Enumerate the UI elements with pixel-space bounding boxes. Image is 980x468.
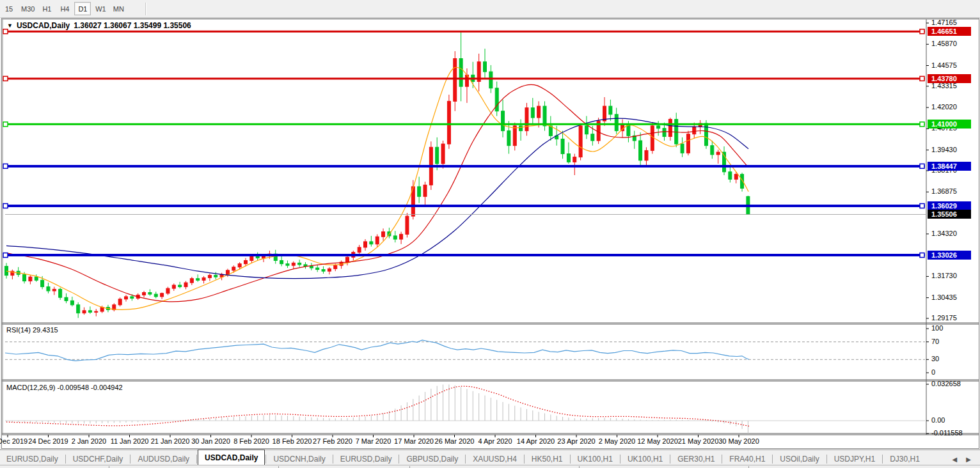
tab-divider [465,455,466,464]
tab-eurusd-daily[interactable]: EURUSD,Daily [0,452,65,465]
price-tick-label: 1.36875 [931,187,957,195]
price-tick-label: 1.31730 [931,272,957,279]
tab-hk50-h1[interactable]: HK50,H1 [525,452,569,465]
price-level-badge: 1.41000 [928,120,971,129]
chart-ohlc-values: 1.36027 1.36067 1.35499 1.35506 [74,21,191,30]
tab-divider [196,455,197,464]
rsi-scale-label: 70 [931,338,939,345]
tab-divider [670,455,670,464]
date-label: 17 Mar 2020 [394,437,434,445]
date-label: 21 Jan 2020 [151,437,190,445]
price-tick-label: 1.39430 [931,146,957,153]
chart-dropdown-icon[interactable]: ▼ [7,22,13,29]
tab-divider [65,455,66,464]
date-label: 14 Dec 2019 [0,437,28,445]
tab-uk100-h1[interactable]: UK100,H1 [621,452,669,465]
bottom-strip [0,465,980,468]
tab-divider [722,455,722,464]
price-tick-label: 1.45870 [931,40,957,47]
price-tick-label: 1.30435 [931,293,957,301]
rsi-scale-label: 30 [931,355,939,363]
tab-xauusd-h4[interactable]: XAUUSD,H4 [466,452,523,465]
tab-scroll-arrows: ◀▶ [952,456,980,465]
price-level-badge: 1.43780 [928,74,971,83]
date-label: 14 Apr 2020 [517,437,555,445]
date-label: 11 Jan 2020 [111,437,149,445]
tab-ger30-h1[interactable]: GER30,H1 [671,452,721,465]
date-label: 21 May 2020 [678,437,719,445]
tab-usdcad-daily[interactable]: USDCAD,Daily [198,449,265,465]
tab-divider [882,455,883,464]
tab-dj30-h1[interactable]: DJ30,H1 [883,452,926,465]
date-axis[interactable]: 14 Dec 201924 Dec 20192 Jan 202011 Jan 2… [1,437,979,449]
tab-usoil-daily[interactable]: USOil,Daily [773,452,825,465]
price-tick-label: 1.29175 [931,314,957,322]
chart-title: ▼ USDCAD,Daily 1.36027 1.36067 1.35499 1… [7,21,191,30]
tab-fra40-h1[interactable]: FRA40,H1 [723,452,771,465]
date-label: 30 May 2020 [718,437,759,445]
date-label: 12 May 2020 [637,437,678,445]
date-label: 2 Jan 2020 [72,437,106,445]
chart-symbol-label: USDCAD,Daily [17,21,70,30]
price-level-badge: 1.46651 [928,27,971,36]
candles-layer [5,31,750,318]
rsi-layer [5,340,925,361]
date-label: 24 Dec 2019 [28,437,68,445]
price-tick-label: 1.42020 [931,103,957,111]
tab-usdcnh-daily[interactable]: USDCNH,Daily [267,452,331,465]
date-label: 2 May 2020 [599,437,635,445]
moving-averages-layer [6,67,748,309]
rsi-label: RSI(14) 29.4315 [6,326,58,334]
macd-layer [5,384,925,433]
tab-scroll-right-icon[interactable]: ▶ [966,456,971,463]
date-label: 4 Apr 2020 [478,437,512,445]
macd-scale-label: 0.00 [931,416,945,424]
tab-gbpusd-daily[interactable]: GBPUSD,Daily [400,452,464,465]
price-tick-label: 1.44575 [931,61,957,69]
tab-eurusd-daily[interactable]: EURUSD,Daily [334,452,399,465]
date-label: 18 Feb 2020 [273,437,312,445]
tab-divider [826,455,827,464]
tab-usdchf-daily[interactable]: USDCHF,Daily [67,452,130,465]
current-price-badge: 1.35506 [928,210,971,219]
macd-label: MACD(12,26,9) -0.009548 -0.004942 [6,384,123,391]
horizontal-lines-layer [3,29,926,258]
tab-scroll-left-icon[interactable]: ◀ [952,456,958,463]
price-level-badge: 1.38447 [928,162,971,171]
tab-divider [130,455,130,464]
price-level-badge: 1.36029 [928,201,971,210]
tab-divider [570,455,571,464]
macd-scale-label: -0.011558 [931,429,963,437]
trading-terminal: { "toolbar": {"timeframes": ["15","M30",… [0,0,980,468]
price-tick-label: 1.47165 [931,19,957,26]
macd-scale-label: 0.032658 [931,380,961,387]
rsi-scale-label: 0 [931,368,935,376]
date-label: 30 Jan 2020 [191,437,230,445]
date-label: 26 Mar 2020 [435,437,475,445]
tab-divider [333,455,333,464]
ma-medium [6,84,747,302]
price-tick-label: 1.34320 [931,230,957,237]
symbol-tab-bar: EURUSD,DailyUSDCHF,DailyAUDUSD,DailyUSDC… [0,449,980,465]
tab-audusd-daily[interactable]: AUDUSD,Daily [131,452,196,465]
tab-divider [399,455,399,464]
tab-divider [265,455,266,464]
tab-usdjpy-h1[interactable]: USDJPY,H1 [828,452,881,465]
tab-divider [772,455,773,464]
tab-uk100-h1[interactable]: UK100,H1 [571,452,619,465]
price-level-badge: 1.33026 [928,251,971,260]
rsi-scale-label: 100 [931,324,943,332]
date-label: 27 Feb 2020 [313,437,352,445]
date-label: 7 Mar 2020 [356,437,391,445]
tab-divider [620,455,620,464]
main-chart-canvas[interactable] [0,0,980,468]
date-label: 8 Feb 2020 [233,437,269,445]
ma-fast [6,67,748,309]
tab-divider [524,455,525,464]
date-label: 23 Apr 2020 [557,437,595,445]
